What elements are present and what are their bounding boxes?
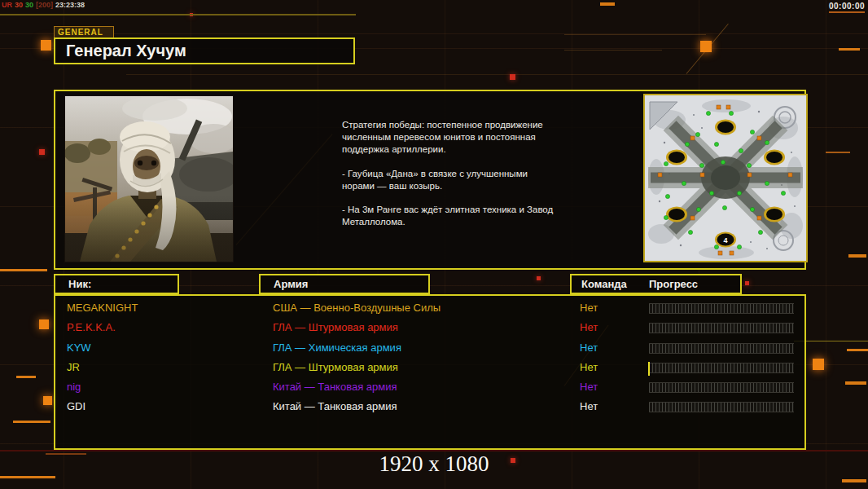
player-army: ГЛА — Химическая армия <box>273 341 401 354</box>
player-team: Нет <box>580 321 598 333</box>
player-army: Китай — Танковая армия <box>273 381 397 393</box>
decor-dash <box>842 479 866 482</box>
decor-square-orange <box>41 40 51 51</box>
player-progress-bar <box>649 363 794 373</box>
match-timer: 00:00:00 <box>829 2 865 11</box>
decor-square-orange <box>43 396 52 405</box>
decor-square-red <box>537 276 541 280</box>
player-row: KYW ГЛА — Химическая армия Нет <box>55 339 804 359</box>
timer-underline <box>829 11 865 13</box>
strategy-text: Стратегия победы: постепенное продвижени… <box>342 119 559 240</box>
player-army: ГЛА — Штурмовая армия <box>273 321 398 333</box>
loading-screen: UR3030[200]23:23:38 00:00:00 GENERAL Ген… <box>0 0 868 489</box>
decor-line <box>126 74 868 75</box>
players-list: MEGAKNIGHT США — Военно-Воздушные Силы Н… <box>55 299 804 418</box>
decor-square-red <box>745 281 749 285</box>
player-team: Нет <box>580 302 598 314</box>
map-preview: 4 <box>643 94 808 262</box>
decor-square-red <box>39 149 45 155</box>
progress-cursor <box>648 362 650 376</box>
player-row: JR ГЛА — Штурмовая армия Нет <box>55 359 804 378</box>
decor-dash <box>0 269 47 271</box>
strategy-paragraph: - Гаубица «Дана» в связке с улучшенными … <box>342 168 559 192</box>
decor-dash <box>16 376 36 378</box>
general-tab: GENERAL <box>54 26 114 38</box>
header-army: Армия <box>259 274 430 294</box>
resolution-label: 1920 x 1080 <box>0 452 868 477</box>
general-name: Генерал Хучум <box>66 42 186 60</box>
decor-square-red <box>510 74 515 80</box>
player-progress-bar <box>649 303 794 314</box>
player-team: Нет <box>580 381 598 393</box>
player-progress-bar <box>649 382 794 393</box>
player-name: GDI <box>67 400 85 412</box>
decor-dash <box>848 254 866 258</box>
player-progress-bar <box>649 343 794 354</box>
debug-part: 30 <box>25 1 33 9</box>
decor-line <box>564 34 706 35</box>
decor-dash <box>826 152 850 153</box>
player-row: GDI Китай — Танковая армия Нет <box>55 398 804 417</box>
debug-readout: UR3030[200]23:23:38 <box>2 1 87 9</box>
players-panel: MEGAKNIGHT США — Военно-Воздушные Силы Н… <box>54 294 806 450</box>
decor-dash <box>845 381 866 385</box>
player-army: США — Военно-Воздушные Силы <box>273 302 441 314</box>
debug-part: 30 <box>15 1 23 9</box>
header-progress-label: Прогресс <box>649 278 698 290</box>
player-progress-bar <box>649 323 794 333</box>
debug-part: [200] <box>36 1 53 9</box>
player-row: nig Китай — Танковая армия Нет <box>55 378 804 398</box>
map-start-marker-label: 4 <box>723 236 727 244</box>
player-name: nig <box>67 381 81 393</box>
header-nick: Ник: <box>54 274 179 294</box>
top-left-line <box>0 14 356 15</box>
general-info-panel: Стратегия победы: постепенное продвижени… <box>54 90 806 270</box>
player-name: JR <box>67 361 80 373</box>
strategy-paragraph: Стратегия победы: постепенное продвижени… <box>342 119 559 156</box>
player-name: MEGAKNIGHT <box>67 302 138 314</box>
decor-line <box>564 50 662 51</box>
player-progress-bar <box>649 402 794 412</box>
header-team-progress: Команда Прогресс <box>570 274 742 294</box>
general-portrait <box>64 95 234 262</box>
debug-part: UR <box>2 1 12 9</box>
decor-diagonal <box>686 24 729 74</box>
player-name: KYW <box>67 341 91 354</box>
strategy-paragraph: - На 3м Ранге вас ждёт элитная техника и… <box>342 204 559 228</box>
player-team: Нет <box>580 361 598 373</box>
decor-dash <box>847 349 868 351</box>
player-name: P.E.K.K.A. <box>67 321 116 333</box>
header-team-label: Команда <box>581 278 627 290</box>
header-army-label: Армия <box>274 278 308 290</box>
player-row: P.E.K.K.A. ГЛА — Штурмовая армия Нет <box>55 319 804 338</box>
player-team: Нет <box>580 341 598 354</box>
decor-dash <box>13 421 50 423</box>
decor-dash <box>600 2 615 6</box>
general-title-box: Генерал Хучум <box>54 37 355 64</box>
player-team: Нет <box>580 400 598 412</box>
player-army: Китай — Танковая армия <box>273 400 397 412</box>
decor-square-orange <box>39 319 49 329</box>
debug-part: 23:23:38 <box>55 1 85 9</box>
decor-square-orange <box>700 41 712 52</box>
header-nick-label: Ник: <box>68 278 91 290</box>
player-army: ГЛА — Штурмовая армия <box>273 361 398 373</box>
decor-dash <box>839 48 860 51</box>
decor-square-orange <box>813 359 824 370</box>
player-row: MEGAKNIGHT США — Военно-Воздушные Силы Н… <box>55 299 804 319</box>
